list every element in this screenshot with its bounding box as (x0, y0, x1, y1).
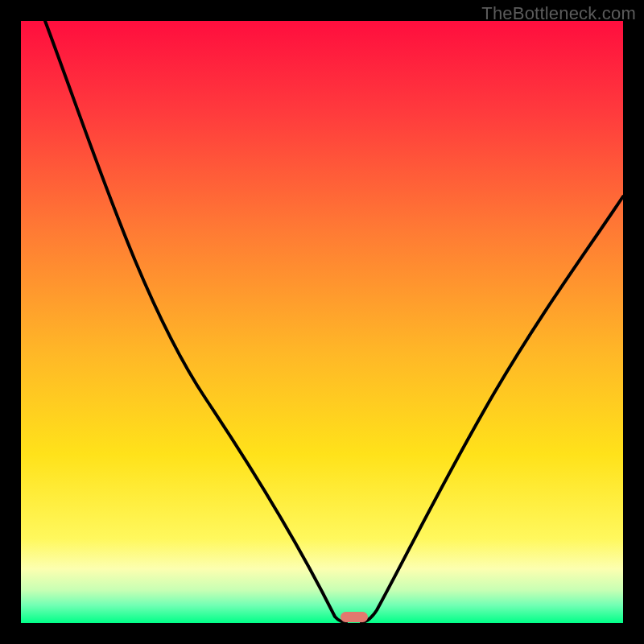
plot-area (21, 21, 623, 623)
curve-left-branch (45, 21, 346, 622)
optimal-point-marker (341, 612, 368, 622)
bottleneck-curve (21, 21, 623, 623)
watermark-text: TheBottleneck.com (481, 3, 636, 24)
curve-right-branch (361, 196, 623, 622)
chart-frame: TheBottleneck.com (0, 0, 644, 644)
